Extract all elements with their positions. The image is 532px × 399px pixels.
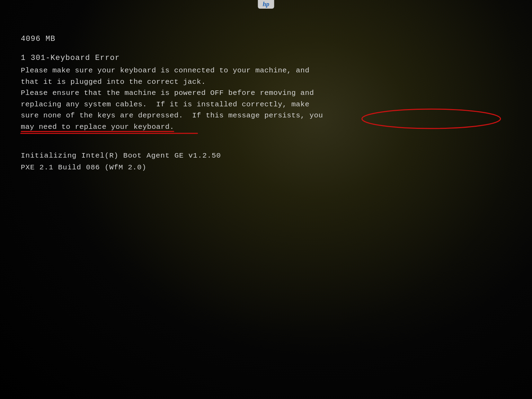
boot-line-2: PXE 2.1 Build 086 (WfM 2.0) [21,162,511,174]
error-line-5: sure none of the keys are depressed. If … [21,110,499,122]
error-line-2: that it is plugged into the correct jack… [21,77,499,88]
boot-section: Initializing Intel(R) Boot Agent GE v1.2… [21,150,511,173]
hp-logo: hp [263,1,269,8]
error-line-4: replacing any system cables. If it is in… [21,99,499,110]
bios-screen: hp 4096 MB 1 301-Keyboard Error Please m… [0,0,532,399]
memory-line: 4096 MB [21,35,511,43]
error-title: 1 301-Keyboard Error [21,54,511,62]
screen-content: 4096 MB 1 301-Keyboard Error Please make… [21,35,511,173]
error-line-6: may need to replace your keyboard. [21,122,499,133]
annotated-text: may need to replace your keyboard. [21,123,174,131]
error-line-3: Please ensure that the machine is powere… [21,88,499,99]
error-body: Please make sure your keyboard is connec… [21,65,499,133]
hp-logo-bar: hp [258,0,274,9]
error-line-1: Please make sure your keyboard is connec… [21,65,499,77]
boot-line-1: Initializing Intel(R) Boot Agent GE v1.2… [21,150,511,162]
